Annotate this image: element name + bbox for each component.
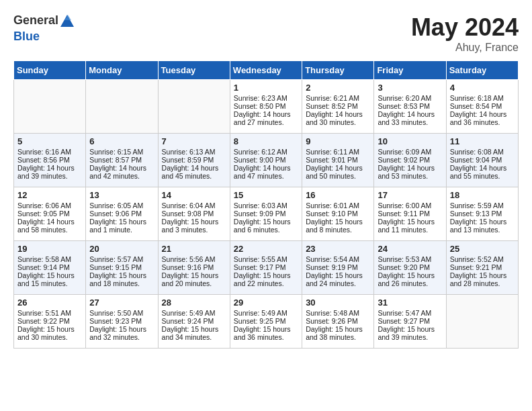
day-info-line: Sunrise: 6:06 AM bbox=[17, 201, 82, 210]
day-info-line: Sunset: 9:26 PM bbox=[306, 317, 370, 325]
day-info-line: Sunrise: 5:58 AM bbox=[17, 255, 82, 263]
day-info-line: Sunset: 8:54 PM bbox=[450, 102, 515, 110]
calendar-day: 29Sunrise: 5:49 AMSunset: 9:25 PMDayligh… bbox=[230, 295, 302, 349]
calendar-day: 17Sunrise: 6:00 AMSunset: 9:11 PMDayligh… bbox=[374, 187, 446, 241]
logo-blue: Blue bbox=[13, 30, 40, 43]
calendar-table: SundayMondayTuesdayWednesdayThursdayFrid… bbox=[13, 60, 519, 349]
day-info-line: Sunrise: 6:13 AM bbox=[162, 148, 226, 156]
day-info-line: Sunset: 9:09 PM bbox=[234, 210, 298, 218]
calendar-day bbox=[446, 295, 518, 349]
day-info-line: Sunset: 8:59 PM bbox=[162, 156, 226, 164]
column-header-monday: Monday bbox=[86, 61, 158, 80]
day-info-line: and 32 minutes. bbox=[89, 333, 154, 341]
day-info-line: Sunrise: 6:01 AM bbox=[306, 201, 370, 210]
day-info-line: Daylight: 15 hours bbox=[378, 325, 442, 333]
day-info-line: and 39 minutes. bbox=[378, 333, 442, 341]
day-number: 16 bbox=[306, 190, 370, 200]
day-info-line: Sunset: 8:50 PM bbox=[234, 102, 298, 110]
day-number: 4 bbox=[450, 83, 515, 93]
day-number: 24 bbox=[378, 244, 442, 254]
day-number: 30 bbox=[306, 298, 370, 308]
day-number: 22 bbox=[234, 244, 298, 254]
day-info-line: and 33 minutes. bbox=[378, 118, 442, 126]
day-info-line: Sunrise: 6:09 AM bbox=[378, 148, 442, 156]
day-info-line: Sunset: 9:14 PM bbox=[17, 263, 82, 271]
day-number: 29 bbox=[234, 298, 298, 308]
day-number: 25 bbox=[450, 244, 515, 254]
day-info-line: Daylight: 15 hours bbox=[162, 218, 226, 226]
calendar-day: 10Sunrise: 6:09 AMSunset: 9:02 PMDayligh… bbox=[374, 134, 446, 187]
column-header-thursday: Thursday bbox=[302, 61, 374, 80]
day-info-line: and 3 minutes. bbox=[162, 226, 226, 234]
day-number: 7 bbox=[162, 136, 226, 146]
day-info-line: Sunrise: 5:52 AM bbox=[450, 255, 515, 263]
day-info-line: and 28 minutes. bbox=[450, 279, 515, 287]
day-info-line: Daylight: 14 hours bbox=[234, 164, 298, 172]
day-info-line: Sunset: 9:25 PM bbox=[234, 317, 298, 325]
day-number: 28 bbox=[162, 298, 226, 308]
day-number: 15 bbox=[234, 190, 298, 200]
day-info-line: Daylight: 14 hours bbox=[17, 218, 82, 226]
day-info-line: Daylight: 14 hours bbox=[17, 164, 82, 172]
day-info-line: and 50 minutes. bbox=[306, 172, 370, 180]
day-number: 18 bbox=[450, 190, 515, 200]
svg-marker-1 bbox=[64, 15, 71, 20]
day-number: 9 bbox=[306, 136, 370, 146]
day-info-line: Sunrise: 6:20 AM bbox=[378, 94, 442, 102]
day-info-line: Sunset: 9:13 PM bbox=[450, 210, 515, 218]
logo-text: General Blue bbox=[13, 13, 76, 44]
column-header-sunday: Sunday bbox=[14, 61, 86, 80]
day-info-line: Sunset: 8:57 PM bbox=[89, 156, 154, 164]
day-number: 26 bbox=[17, 298, 82, 308]
day-number: 14 bbox=[162, 190, 226, 200]
day-info-line: Sunset: 9:22 PM bbox=[17, 317, 82, 325]
day-info-line: Daylight: 15 hours bbox=[450, 218, 515, 226]
calendar-day bbox=[14, 80, 86, 134]
day-info-line: Sunset: 9:20 PM bbox=[378, 263, 442, 271]
day-info-line: Sunset: 9:24 PM bbox=[162, 317, 226, 325]
day-info-line: Daylight: 15 hours bbox=[17, 271, 82, 279]
day-info-line: Sunrise: 6:05 AM bbox=[89, 201, 154, 210]
calendar-day: 15Sunrise: 6:03 AMSunset: 9:09 PMDayligh… bbox=[230, 187, 302, 241]
day-info-line: Daylight: 15 hours bbox=[306, 271, 370, 279]
calendar-header-row: SundayMondayTuesdayWednesdayThursdayFrid… bbox=[14, 61, 519, 80]
day-number: 3 bbox=[378, 83, 442, 93]
calendar-day: 13Sunrise: 6:05 AMSunset: 9:06 PMDayligh… bbox=[86, 187, 158, 241]
day-info-line: Daylight: 15 hours bbox=[306, 325, 370, 333]
day-info-line: Sunrise: 5:59 AM bbox=[450, 201, 515, 210]
day-number: 8 bbox=[234, 136, 298, 146]
day-info-line: Sunrise: 6:00 AM bbox=[378, 201, 442, 210]
day-info-line: Daylight: 14 hours bbox=[234, 110, 298, 118]
day-info-line: and 1 minute. bbox=[89, 226, 154, 234]
day-info-line: Sunrise: 5:48 AM bbox=[306, 309, 370, 317]
column-header-tuesday: Tuesday bbox=[158, 61, 230, 80]
calendar-day: 14Sunrise: 6:04 AMSunset: 9:08 PMDayligh… bbox=[158, 187, 230, 241]
day-number: 31 bbox=[378, 298, 442, 308]
calendar-day: 8Sunrise: 6:12 AMSunset: 9:00 PMDaylight… bbox=[230, 134, 302, 187]
day-info-line: and 8 minutes. bbox=[306, 226, 370, 234]
day-info-line: Sunset: 9:04 PM bbox=[450, 156, 515, 164]
day-info-line: and 13 minutes. bbox=[450, 226, 515, 234]
day-info-line: Daylight: 15 hours bbox=[234, 218, 298, 226]
day-number: 11 bbox=[450, 136, 515, 146]
day-info-line: Daylight: 14 hours bbox=[378, 110, 442, 118]
day-info-line: and 36 minutes. bbox=[450, 118, 515, 126]
page-header: General Blue May 2024 Ahuy, France bbox=[13, 13, 519, 54]
day-info-line: Sunrise: 6:21 AM bbox=[306, 94, 370, 102]
day-info-line: and 39 minutes. bbox=[17, 172, 82, 180]
day-info-line: and 47 minutes. bbox=[234, 172, 298, 180]
day-info-line: and 30 minutes. bbox=[306, 118, 370, 126]
day-info-line: Sunset: 9:01 PM bbox=[306, 156, 370, 164]
day-info-line: Sunrise: 6:16 AM bbox=[17, 148, 82, 156]
day-number: 19 bbox=[17, 244, 82, 254]
day-number: 6 bbox=[89, 136, 154, 146]
logo: General Blue bbox=[13, 13, 76, 44]
day-info-line: Sunset: 9:02 PM bbox=[378, 156, 442, 164]
day-info-line: and 55 minutes. bbox=[450, 172, 515, 180]
day-info-line: Sunset: 9:11 PM bbox=[378, 210, 442, 218]
day-info-line: and 18 minutes. bbox=[89, 279, 154, 287]
day-number: 21 bbox=[162, 244, 226, 254]
day-info-line: Daylight: 14 hours bbox=[89, 164, 154, 172]
calendar-day: 27Sunrise: 5:50 AMSunset: 9:23 PMDayligh… bbox=[86, 295, 158, 349]
calendar-week-row: 26Sunrise: 5:51 AMSunset: 9:22 PMDayligh… bbox=[14, 295, 519, 349]
